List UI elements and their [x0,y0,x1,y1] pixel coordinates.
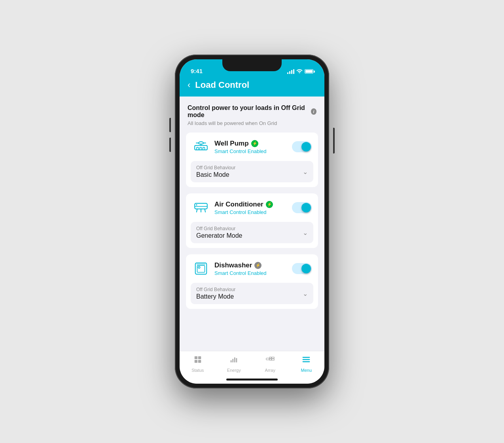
svg-point-13 [196,204,197,205]
status-icon [193,355,202,366]
nav-item-energy[interactable]: Energy [216,355,252,373]
air-conditioner-toggle[interactable] [292,202,312,213]
svg-rect-19 [198,356,201,359]
nav-item-array[interactable]: Array [252,355,288,373]
well-pump-icon [192,138,210,155]
svg-rect-21 [198,360,201,363]
intro-title: Control power to your loads in Off Grid … [188,104,316,119]
svg-rect-23 [233,359,234,362]
air-conditioner-behaviour-dropdown[interactable]: Off Grid Behaviour Generator Mode ⌄ [191,222,313,243]
chevron-down-icon: ⌄ [303,168,308,176]
chevron-down-icon: ⌄ [303,290,308,297]
svg-rect-20 [195,360,197,363]
air-conditioner-behaviour-value: Generator Mode [196,232,243,239]
air-conditioner-info: Air Conditioner ⚡ Smart Control Enabled [214,201,287,215]
nav-item-menu[interactable]: Menu [288,355,325,373]
menu-icon [302,355,311,366]
nav-label-array: Array [265,368,275,373]
energy-icon [229,355,238,366]
status-time: 9:41 [191,68,203,74]
status-icons [287,68,313,74]
air-conditioner-row: Air Conditioner ⚡ Smart Control Enabled [186,193,318,222]
intro-subtitle: All loads will be powered when On Grid [188,120,316,126]
well-pump-card: Well Pump ⚡ Smart Control Enabled Off Gr… [186,133,318,187]
well-pump-behaviour-label: Off Grid Behaviour [196,165,235,170]
chevron-down-icon: ⌄ [303,229,308,237]
back-button[interactable]: ‹ [188,81,190,89]
signal-bars-icon [287,69,294,74]
separator-1 [186,190,318,193]
dishwasher-behaviour-value: Battery Mode [196,293,235,300]
well-pump-badge: ⚡ [251,140,258,147]
nav-label-status: Status [191,368,204,373]
info-icon[interactable]: i [311,108,316,115]
nav-item-status[interactable]: Status [180,355,216,373]
well-pump-behaviour-dropdown[interactable]: Off Grid Behaviour Basic Mode ⌄ [191,161,313,182]
svg-rect-25 [236,358,237,362]
svg-rect-18 [195,356,197,359]
well-pump-toggle[interactable] [292,141,312,152]
svg-line-12 [205,209,206,212]
header: ‹ Load Control [180,77,324,97]
nav-label-menu: Menu [301,368,312,373]
array-icon [266,355,275,366]
dishwasher-behaviour-label: Off Grid Behaviour [196,287,235,292]
air-conditioner-icon [192,199,210,216]
dishwasher-status: Smart Control Enabled [214,270,287,276]
dishwasher-info: Dishwasher ⚡ Smart Control Enabled [214,261,287,276]
dishwasher-toggle[interactable] [292,263,312,274]
dishwasher-icon [192,260,210,277]
dishwasher-card: Dishwasher ⚡ Smart Control Enabled Off G… [186,254,318,309]
home-indicator [226,379,278,381]
separator-2 [186,251,318,254]
svg-rect-29 [271,357,274,359]
nav-label-energy: Energy [227,368,241,373]
dishwasher-row: Dishwasher ⚡ Smart Control Enabled [186,254,318,283]
svg-point-16 [198,266,200,268]
svg-rect-30 [271,359,274,360]
well-pump-status: Smart Control Enabled [214,148,287,154]
well-pump-info: Well Pump ⚡ Smart Control Enabled [214,140,287,154]
content-area: Control power to your loads in Off Grid … [180,97,324,351]
svg-rect-24 [234,358,235,363]
page-title: Load Control [195,80,249,90]
air-conditioner-badge: ⚡ [266,201,273,208]
intro-section: Control power to your loads in Off Grid … [186,104,318,133]
svg-rect-22 [231,360,232,363]
well-pump-behaviour-value: Basic Mode [196,171,235,178]
dishwasher-name: Dishwasher ⚡ [214,261,287,269]
svg-rect-26 [266,358,269,360]
air-conditioner-name: Air Conditioner ⚡ [214,201,287,208]
air-conditioner-card: Air Conditioner ⚡ Smart Control Enabled … [186,193,318,248]
air-conditioner-behaviour-label: Off Grid Behaviour [196,226,243,231]
well-pump-name: Well Pump ⚡ [214,140,287,148]
svg-rect-27 [269,357,271,359]
battery-icon [305,69,313,74]
air-conditioner-status: Smart Control Enabled [214,209,287,215]
dishwasher-behaviour-dropdown[interactable]: Off Grid Behaviour Battery Mode ⌄ [191,283,313,304]
wifi-icon [296,68,303,74]
dishwasher-badge: ⚡ [254,262,261,269]
svg-rect-28 [269,359,271,360]
well-pump-row: Well Pump ⚡ Smart Control Enabled [186,133,318,161]
svg-line-10 [197,209,197,212]
svg-point-5 [199,142,204,144]
